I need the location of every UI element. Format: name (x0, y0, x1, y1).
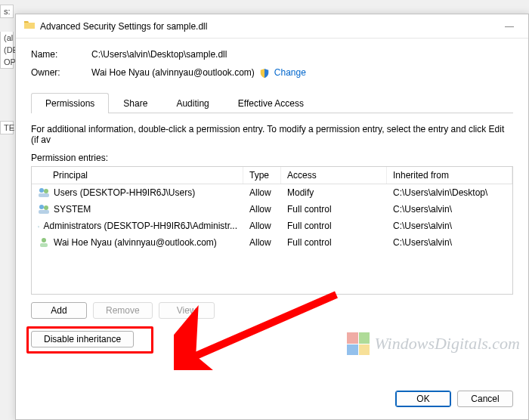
minimize-icon[interactable]: — (498, 21, 521, 32)
owner-value: Wai Hoe Nyau (alvinnyau@outlook.com) (91, 67, 255, 78)
group-icon (38, 220, 39, 232)
table-row[interactable]: SYSTEMAllowFull controlC:\Users\alvin\ (32, 201, 512, 218)
tab-auditing[interactable]: Auditing (162, 93, 223, 113)
svg-point-7 (39, 227, 39, 227)
principal-text: Users (DESKTOP-HH9IR6J\Users) (54, 187, 195, 198)
col-principal[interactable]: Principal (32, 167, 243, 184)
bg-fragment: s: (0, 5, 14, 18)
change-owner-link[interactable]: Change (274, 67, 306, 78)
svg-point-0 (39, 188, 44, 193)
access-text: Full control (281, 218, 387, 233)
inherited-text: C:\Users\alvin\ (387, 218, 512, 233)
svg-rect-8 (38, 227, 39, 228)
name-value: C:\Users\alvin\Desktop\sample.dll (91, 49, 227, 60)
bg-fragment: OP (0, 56, 14, 69)
add-button[interactable]: Add (31, 302, 87, 319)
svg-rect-10 (40, 243, 48, 247)
inherited-text: C:\Users\alvin\Desktop\ (387, 185, 512, 200)
col-inherited[interactable]: Inherited from (387, 167, 512, 184)
access-text: Modify (281, 185, 387, 200)
bg-fragment: (DE (0, 44, 14, 57)
dialog-title: Advanced Security Settings for sample.dl… (40, 21, 207, 32)
table-row[interactable]: Users (DESKTOP-HH9IR6J\Users)AllowModify… (32, 184, 512, 201)
svg-rect-2 (39, 193, 49, 197)
type-text: Allow (243, 202, 281, 217)
svg-point-1 (44, 189, 48, 193)
permission-grid: Principal Type Access Inherited from Use… (31, 166, 513, 295)
owner-label: Owner: (31, 67, 91, 78)
shield-icon (259, 67, 270, 79)
table-row[interactable]: Administrators (DESKTOP-HH9IR6J\Administ… (32, 218, 512, 234)
svg-point-6 (38, 227, 39, 227)
principal-text: Administrators (DESKTOP-HH9IR6J\Administ… (43, 221, 237, 231)
info-text: For additional information, double-click… (31, 124, 513, 145)
type-text: Allow (243, 218, 281, 233)
view-button: View (159, 302, 215, 319)
svg-point-9 (42, 238, 46, 242)
bg-fragment: TE (0, 121, 14, 134)
name-label: Name: (31, 49, 91, 60)
svg-rect-5 (39, 210, 49, 214)
inherited-text: C:\Users\alvin\ (387, 202, 512, 217)
cancel-button[interactable]: Cancel (457, 391, 513, 407)
principal-text: Wai Hoe Nyau (alvinnyau@outlook.com) (54, 237, 217, 248)
bg-fragment: (al (0, 32, 14, 45)
type-text: Allow (243, 185, 281, 200)
access-text: Full control (281, 202, 387, 217)
tab-permissions[interactable]: Permissions (31, 93, 109, 113)
folder-icon (23, 19, 36, 33)
inherited-text: C:\Users\alvin\ (387, 235, 512, 250)
grid-header: Principal Type Access Inherited from (32, 167, 512, 184)
user-icon (38, 236, 50, 249)
disable-inheritance-button[interactable]: Disable inheritance (31, 331, 134, 347)
remove-button: Remove (93, 302, 153, 319)
tab-effective-access[interactable]: Effective Access (224, 93, 318, 113)
principal-text: SYSTEM (54, 204, 91, 215)
ok-button[interactable]: OK (395, 391, 451, 407)
group-icon (38, 187, 50, 199)
col-access[interactable]: Access (281, 167, 387, 184)
svg-point-4 (44, 205, 48, 210)
col-type[interactable]: Type (243, 167, 281, 184)
access-text: Full control (281, 235, 387, 250)
security-dialog: Advanced Security Settings for sample.dl… (15, 14, 529, 420)
titlebar: Advanced Security Settings for sample.dl… (16, 14, 528, 39)
table-row[interactable]: Wai Hoe Nyau (alvinnyau@outlook.com)Allo… (32, 234, 512, 251)
tab-share[interactable]: Share (109, 93, 162, 113)
type-text: Allow (243, 235, 281, 250)
group-icon (38, 203, 50, 215)
svg-point-3 (39, 205, 44, 209)
entries-label: Permission entries: (31, 153, 513, 163)
tab-strip: Permissions Share Auditing Effective Acc… (31, 92, 513, 113)
